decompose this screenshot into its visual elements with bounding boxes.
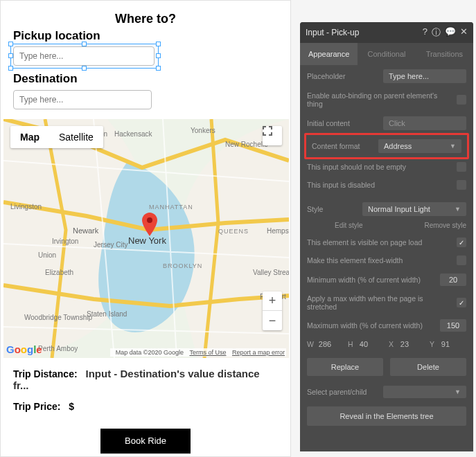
map[interactable]: Yonkers New Rochelle Clifton Paterson Ha… xyxy=(3,119,289,358)
tab-conditional[interactable]: Conditional xyxy=(358,43,415,65)
resize-handle-tr[interactable] xyxy=(156,42,161,46)
svg-text:Hackensack: Hackensack xyxy=(114,130,152,138)
fixed-width-label: Make this element fixed-width xyxy=(307,256,452,265)
edit-style-link[interactable]: Edit style xyxy=(335,222,363,229)
svg-point-22 xyxy=(147,217,152,223)
not-empty-checkbox[interactable] xyxy=(457,162,466,172)
initial-content-field[interactable]: Click xyxy=(383,116,466,130)
trip-distance-label: Trip Distance: xyxy=(13,368,78,379)
replace-button[interactable]: Replace xyxy=(307,358,383,376)
comment-icon[interactable]: 💬 xyxy=(445,26,456,39)
select-parent-dropdown[interactable]: ▼ xyxy=(383,386,466,398)
style-value: Normal Input Light xyxy=(368,205,430,213)
fullscreen-button[interactable] xyxy=(263,126,282,145)
autobinding-label: Enable auto-binding on parent element's … xyxy=(307,91,452,108)
book-ride-button[interactable]: Book Ride xyxy=(100,429,191,454)
not-empty-label: This input should not be empty xyxy=(307,163,452,171)
x-label: X xyxy=(389,340,396,348)
select-parent-label: Select parent/child xyxy=(307,388,379,396)
svg-text:Newark: Newark xyxy=(73,226,99,235)
svg-text:Yonkers: Yonkers xyxy=(191,127,215,134)
svg-text:Jersey City: Jersey City xyxy=(94,241,127,249)
svg-text:Livingston: Livingston xyxy=(10,203,42,210)
disabled-checkbox[interactable] xyxy=(457,180,466,190)
y-input[interactable]: 91 xyxy=(441,340,466,348)
pickup-input[interactable] xyxy=(13,46,155,66)
info-icon[interactable]: ⓘ xyxy=(432,26,441,39)
min-width-input[interactable]: 20 xyxy=(440,274,466,286)
trip-price-row: Trip Price: $ xyxy=(13,401,278,412)
zoom-controls: + − xyxy=(263,292,282,330)
selection-outline[interactable] xyxy=(10,44,159,69)
visible-checkbox[interactable] xyxy=(457,238,466,247)
content-format-label: Content format xyxy=(312,142,374,150)
panel-title: Input - Pick-up xyxy=(306,28,423,37)
map-type-satellite[interactable]: Satellite xyxy=(49,126,103,148)
app-canvas: Where to? Pickup location Destination xyxy=(0,0,291,457)
resize-handle-br[interactable] xyxy=(156,66,161,71)
max-width-input[interactable]: 150 xyxy=(440,319,466,332)
trip-distance-row: Trip Distance: Input - Destination's val… xyxy=(13,368,278,391)
x-input[interactable]: 23 xyxy=(400,340,425,348)
svg-text:Staten Island: Staten Island xyxy=(87,310,127,318)
placeholder-field[interactable]: Type here... xyxy=(383,69,466,83)
svg-text:New Rochelle: New Rochelle xyxy=(225,141,268,148)
height-input[interactable]: 40 xyxy=(360,340,385,348)
resize-handle-ml[interactable] xyxy=(8,53,13,58)
report-error-link[interactable]: Report a map error xyxy=(232,349,285,356)
svg-text:Hempstead: Hempstead xyxy=(267,227,289,235)
visible-label: This element is visible on page load xyxy=(307,238,452,247)
trip-price-currency: $ xyxy=(69,401,74,412)
reveal-button[interactable]: Reveal in the Elements tree xyxy=(307,406,466,426)
chevron-down-icon: ▼ xyxy=(455,388,461,395)
autobinding-checkbox[interactable] xyxy=(457,95,466,105)
chevron-down-icon: ▼ xyxy=(455,206,461,213)
resize-handle-tl[interactable] xyxy=(8,42,13,46)
initial-content-label: Initial content xyxy=(307,119,379,127)
remove-style-link[interactable]: Remove style xyxy=(424,222,466,229)
pickup-label: Pickup location xyxy=(13,29,278,43)
map-tiles: Yonkers New Rochelle Clifton Paterson Ha… xyxy=(3,119,289,358)
destination-input[interactable] xyxy=(13,90,152,109)
map-data-text: Map data ©2020 Google xyxy=(116,349,184,356)
svg-text:Perth Amboy: Perth Amboy xyxy=(38,345,78,352)
content-format-select[interactable]: Address ▼ xyxy=(378,139,461,153)
max-width-apply-checkbox[interactable] xyxy=(457,298,466,307)
style-label: Style xyxy=(307,205,358,213)
terms-link[interactable]: Terms of Use xyxy=(189,349,226,356)
resize-handle-bl[interactable] xyxy=(8,66,13,71)
tab-appearance[interactable]: Appearance xyxy=(300,43,358,65)
map-type-toggle: Map Satellite xyxy=(10,126,103,148)
style-select[interactable]: Normal Input Light ▼ xyxy=(362,202,466,216)
max-width-label: Maximum width (% of current width) xyxy=(307,321,436,330)
width-input[interactable]: 286 xyxy=(319,340,344,348)
trip-price-label: Trip Price: xyxy=(13,401,60,412)
fixed-width-checkbox[interactable] xyxy=(457,256,466,265)
panel-tabs: Appearance Conditional Transitions xyxy=(300,43,473,65)
delete-button[interactable]: Delete xyxy=(390,358,466,376)
panel-header[interactable]: Input - Pick-up ? ⓘ 💬 ✕ xyxy=(300,22,473,43)
resize-handle-tc[interactable] xyxy=(82,42,87,46)
svg-text:Valley Stream: Valley Stream xyxy=(253,269,289,276)
tab-transitions[interactable]: Transitions xyxy=(416,43,473,65)
max-width-apply-label: Apply a max width when the page is stret… xyxy=(307,294,452,311)
h-label: H xyxy=(348,340,355,348)
w-label: W xyxy=(307,340,315,348)
map-type-map[interactable]: Map xyxy=(10,126,49,148)
min-width-label: Minimum width (% of current width) xyxy=(307,276,436,284)
zoom-in-button[interactable]: + xyxy=(263,292,282,311)
content-format-value: Address xyxy=(384,142,412,150)
content-format-highlight: Content format Address ▼ xyxy=(304,133,469,159)
svg-text:Woodbridge Township: Woodbridge Township xyxy=(24,314,92,321)
zoom-out-button[interactable]: − xyxy=(263,311,282,330)
svg-text:Elizabeth: Elizabeth xyxy=(45,269,73,276)
map-attribution: Map data ©2020 Google Terms of Use Repor… xyxy=(110,348,286,357)
help-icon[interactable]: ? xyxy=(423,26,427,39)
fullscreen-icon xyxy=(263,126,272,136)
resize-handle-bc[interactable] xyxy=(82,66,87,71)
chevron-down-icon: ▼ xyxy=(450,143,456,150)
resize-handle-mr[interactable] xyxy=(156,53,161,58)
svg-text:BROOKLYN: BROOKLYN xyxy=(163,262,202,269)
close-icon[interactable]: ✕ xyxy=(460,26,468,39)
property-editor: Input - Pick-up ? ⓘ 💬 ✕ Appearance Condi… xyxy=(300,22,473,451)
